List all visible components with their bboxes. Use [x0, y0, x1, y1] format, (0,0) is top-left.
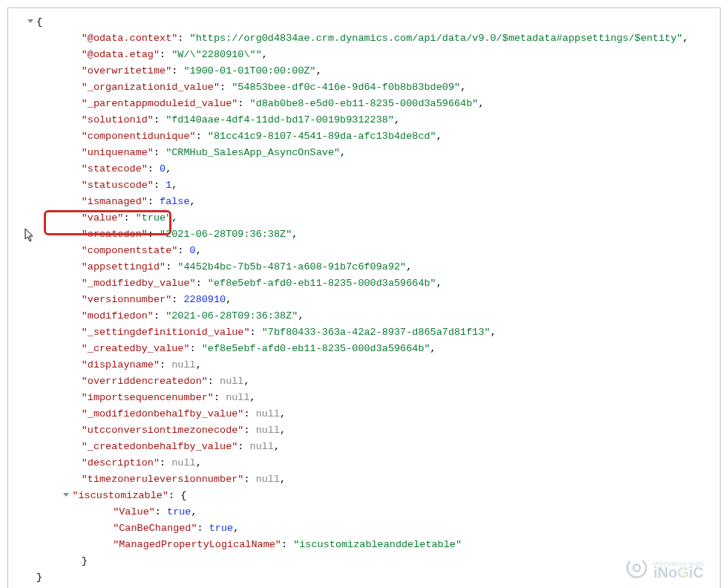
json-line: "ManagedPropertyLogicalName": "iscustomi… — [17, 537, 711, 553]
json-line: } — [17, 553, 711, 569]
json-line: "uniquename": "CRMHub_SalesApp_AsyncOnSa… — [17, 145, 711, 161]
json-line: "componentstate": 0, — [17, 243, 711, 259]
json-line: "@odata.context": "https://org0d4834ae.c… — [17, 30, 711, 47]
json-line: "createdon": "2021-06-28T09:36:38Z", — [17, 226, 711, 243]
json-line: "versionnumber": 2280910, — [17, 292, 711, 308]
expand-toggle-icon[interactable] — [63, 493, 69, 497]
json-line: "iscustomizable": { — [17, 488, 711, 504]
json-line: "ismanaged": false, — [17, 194, 711, 210]
json-line: "_parentappmoduleid_value": "d8ab0be8-e5… — [17, 96, 711, 112]
json-line: "componentidunique": "81cc41c9-8107-4541… — [17, 128, 711, 145]
json-line: "value": "true", — [17, 210, 711, 226]
json-line: } — [17, 569, 711, 586]
json-line: "statecode": 0, — [17, 161, 711, 177]
json-line: "appsettingid": "4452b4bc-7b5b-4871-a608… — [17, 259, 711, 275]
json-line: "Value": true, — [17, 504, 711, 520]
json-line: "_createdonbehalfby_value": null, — [17, 439, 711, 455]
json-line: "_modifiedonbehalfby_value": null, — [17, 406, 711, 422]
json-line: "displayname": null, — [17, 357, 711, 373]
json-viewer: { "@odata.context": "https://org0d4834ae… — [7, 7, 721, 588]
json-line: "utcconversiontimezonecode": null, — [17, 422, 711, 439]
json-line: "_organizationid_value": "54853bee-df0c-… — [17, 79, 711, 96]
expand-toggle-icon[interactable] — [27, 19, 33, 23]
json-line: "_modifiedby_value": "ef8e5ebf-afd0-eb11… — [17, 275, 711, 292]
json-line: { — [17, 14, 711, 30]
json-line: "overwritetime": "1900-01-01T00:00:00Z", — [17, 63, 711, 79]
json-line: "description": null, — [17, 455, 711, 471]
json-line: "timezoneruleversionnumber": null, — [17, 471, 711, 488]
json-line: "modifiedon": "2021-06-28T09:36:38Z", — [17, 308, 711, 324]
json-line: "_settingdefinitionid_value": "7bf80433-… — [17, 324, 711, 341]
json-line: "@odata.etag": "W/\"2280910\"", — [17, 47, 711, 63]
json-line: "importsequencenumber": null, — [17, 390, 711, 406]
json-line: "statuscode": 1, — [17, 177, 711, 194]
json-line: "solutionid": "fd140aae-4df4-11dd-bd17-0… — [17, 112, 711, 128]
json-line: "overriddencreatedon": null, — [17, 373, 711, 390]
json-line: "CanBeChanged": true, — [17, 520, 711, 537]
json-line: "_createdby_value": "ef8e5ebf-afd0-eb11-… — [17, 341, 711, 357]
